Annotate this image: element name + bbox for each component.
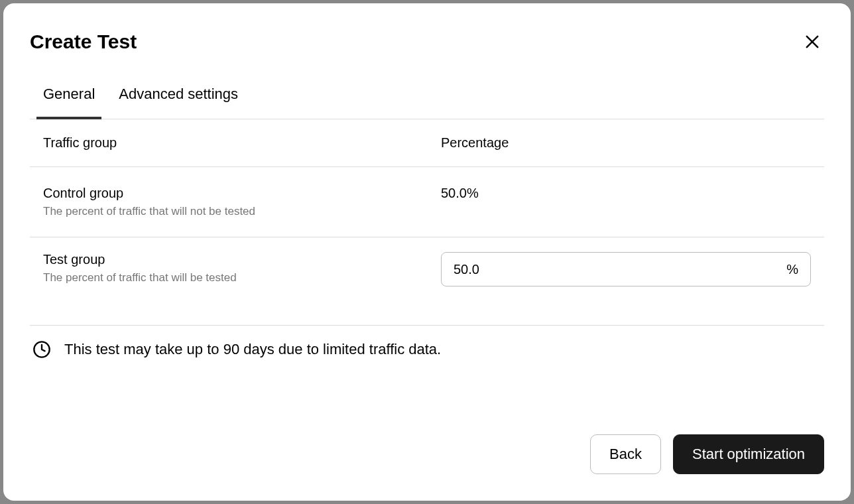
- notice: This test may take up to 90 days due to …: [30, 326, 824, 373]
- row-test-group: Test group The percent of traffic that w…: [30, 237, 824, 326]
- header-traffic-group: Traffic group: [43, 135, 441, 151]
- close-button[interactable]: [800, 30, 824, 54]
- close-icon: [803, 32, 822, 51]
- tabs: General Advanced settings: [30, 86, 824, 119]
- percent-suffix: %: [786, 262, 798, 277]
- tab-general[interactable]: General: [43, 86, 95, 119]
- row-control-group: Control group The percent of traffic tha…: [30, 167, 824, 237]
- header-percentage: Percentage: [441, 135, 811, 151]
- clock-icon: [32, 340, 51, 359]
- start-optimization-button[interactable]: Start optimization: [673, 434, 824, 474]
- back-button[interactable]: Back: [590, 434, 661, 474]
- table-header: Traffic group Percentage: [30, 119, 824, 167]
- modal-title: Create Test: [30, 31, 137, 53]
- test-group-desc: The percent of traffic that will be test…: [43, 271, 441, 284]
- test-group-input[interactable]: [454, 262, 786, 277]
- test-group-input-wrap: %: [441, 252, 811, 286]
- create-test-modal: Create Test General Advanced settings Tr…: [3, 3, 851, 501]
- test-group-title: Test group: [43, 252, 441, 267]
- modal-footer: Back Start optimization: [30, 434, 824, 474]
- notice-text: This test may take up to 90 days due to …: [64, 341, 441, 358]
- modal-header: Create Test: [30, 30, 824, 54]
- control-group-title: Control group: [43, 186, 441, 201]
- control-group-desc: The percent of traffic that will not be …: [43, 205, 441, 218]
- control-group-value: 50.0%: [441, 186, 811, 201]
- tab-advanced-settings[interactable]: Advanced settings: [119, 86, 238, 119]
